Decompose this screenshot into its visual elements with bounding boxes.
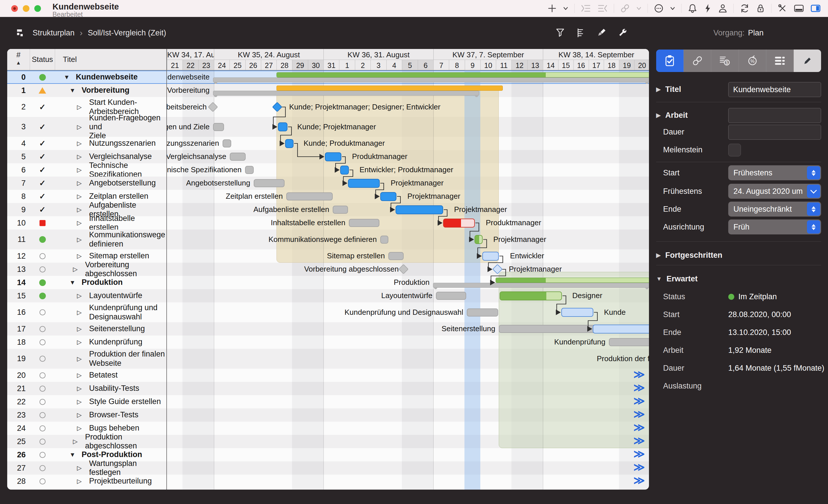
table-row[interactable]: 1▼Vorbereitung xyxy=(7,84,166,97)
gantt-bar-green[interactable] xyxy=(500,291,562,301)
gantt-bar-pblue[interactable] xyxy=(482,252,499,261)
brush-button[interactable] xyxy=(596,27,607,38)
wrench-button[interactable] xyxy=(617,27,628,38)
table-row[interactable]: 11▷Kommunikationswege definieren xyxy=(7,230,166,249)
outline-list-button[interactable] xyxy=(576,27,586,38)
disclosure-open-icon[interactable]: ▼ xyxy=(70,87,77,94)
gantt-bar-gray[interactable] xyxy=(245,166,254,174)
chevron-down-button[interactable] xyxy=(563,3,569,13)
disclosure-closed-icon[interactable]: ▷ xyxy=(77,309,84,316)
chevron-down-button[interactable] xyxy=(636,3,642,13)
offscreen-task-indicator[interactable]: ≫ xyxy=(633,369,644,381)
column-header-status[interactable]: Status xyxy=(30,49,55,70)
gantt-bar-gray[interactable] xyxy=(380,236,388,244)
offscreen-task-indicator[interactable]: ≫ xyxy=(633,422,644,434)
table-row[interactable]: 28▷Projektbeurteilung xyxy=(7,475,166,488)
table-row[interactable]: 27▷Wartungsplan festlegen xyxy=(7,461,166,475)
funnel-button[interactable] xyxy=(555,27,565,38)
offscreen-task-indicator[interactable]: ≫ xyxy=(633,395,644,407)
gantt-bar-pblue[interactable] xyxy=(593,325,649,333)
gantt-bar-blue[interactable] xyxy=(396,205,443,214)
column-header-title[interactable]: Titel xyxy=(55,49,166,70)
zoom-button[interactable] xyxy=(34,5,41,12)
gantt-bar-gray[interactable] xyxy=(436,292,466,300)
gantt-bar-gray[interactable] xyxy=(609,338,649,346)
disclosure-closed-icon[interactable]: ▷ xyxy=(77,478,84,485)
disclosure-closed-icon[interactable]: ▷ xyxy=(77,236,84,243)
disclosure-closed-icon[interactable]: ▷ xyxy=(77,464,84,471)
inspector-tab-resources[interactable] xyxy=(766,50,794,72)
disclosure-closed-icon[interactable]: ▷ xyxy=(77,355,84,362)
inspector-tab-progress[interactable]: % xyxy=(739,50,766,72)
link-button[interactable] xyxy=(620,3,630,13)
table-row[interactable]: 4✓▷Nutzungsszenarien xyxy=(7,137,166,150)
gantt-bar-sgray[interactable] xyxy=(213,78,649,82)
disclosure-closed-icon[interactable]: ▷ xyxy=(77,385,84,392)
gantt-bar-red[interactable] xyxy=(443,219,475,228)
disclosure-closed-icon[interactable]: ▷ xyxy=(77,124,84,131)
disclosure-closed-icon[interactable]: ▷ xyxy=(77,167,84,173)
table-row[interactable]: 6✓▷Technische Spezifikationen xyxy=(7,163,166,177)
table-row[interactable]: 23▷Browser-Tests xyxy=(7,408,166,422)
disclosure-open-icon[interactable]: ▼ xyxy=(64,74,71,81)
gantt-bar-gray[interactable] xyxy=(467,309,498,317)
inspector-tab-pencil[interactable] xyxy=(794,50,821,72)
minimize-button[interactable] xyxy=(23,5,30,12)
gantt-bar-gray[interactable] xyxy=(499,325,609,333)
disclosure-closed-icon[interactable]: ▷ xyxy=(77,398,84,405)
dauer-input[interactable] xyxy=(728,125,821,140)
inspector-tab-costs[interactable]: $ xyxy=(711,50,739,72)
lock-button[interactable] xyxy=(756,3,765,13)
arbeit-input[interactable] xyxy=(728,108,821,123)
indent-button[interactable] xyxy=(580,3,591,13)
table-row[interactable]: 17▷Seitenerstellung xyxy=(7,322,166,335)
gantt-bar-green[interactable] xyxy=(474,235,483,244)
panel-right-button[interactable] xyxy=(810,3,821,13)
gantt-bar-sgreen[interactable] xyxy=(496,278,649,283)
gantt-bar-sgray[interactable] xyxy=(433,283,649,288)
gantt-bar-sgray[interactable] xyxy=(213,91,479,96)
milestone-diamond[interactable] xyxy=(399,264,409,274)
gantt-bar-gray[interactable] xyxy=(254,179,285,187)
table-row[interactable]: 22▷Style Guide erstellen xyxy=(7,395,166,408)
disclosure-closed-icon[interactable]: ▷ xyxy=(77,193,84,200)
gantt-bar-blue[interactable] xyxy=(340,166,349,175)
table-row[interactable]: 21▷Usability-Tests xyxy=(7,382,166,395)
gantt-bar-syellow[interactable] xyxy=(277,86,503,91)
gantt-bar-blue[interactable] xyxy=(285,139,293,148)
table-row[interactable]: 14▼Produktion xyxy=(7,276,166,289)
gantt-bar-gray[interactable] xyxy=(286,192,333,200)
titel-input[interactable]: Kundenwebseite xyxy=(728,82,821,97)
gantt-bar-pblue[interactable] xyxy=(561,308,593,317)
disclosure-closed-icon[interactable]: ▷ xyxy=(77,425,84,432)
more-circle-button[interactable] xyxy=(654,3,664,13)
inspector-tab-clipboard-check[interactable] xyxy=(656,50,684,72)
gantt-bar-gray[interactable] xyxy=(388,252,404,260)
table-row[interactable]: 18▷Kundenprüfung xyxy=(7,335,166,349)
disclosure-closed-icon[interactable]: ▷ xyxy=(77,220,84,226)
gantt-bar-gray[interactable] xyxy=(222,139,231,147)
add-button[interactable] xyxy=(547,3,557,13)
breadcrumb-item[interactable]: Soll/Ist-Vergleich (Zeit) xyxy=(88,29,166,38)
dropdown[interactable]: Früh xyxy=(728,220,821,234)
gantt-bar-gray[interactable] xyxy=(230,153,246,161)
disclosure-closed-icon[interactable]: ▷ xyxy=(77,325,84,332)
inspector-tab-chain[interactable] xyxy=(684,50,711,72)
table-row[interactable]: 10▷Inhaltstabelle erstellen xyxy=(7,216,166,230)
milestone-diamond[interactable] xyxy=(272,102,282,112)
gantt-bar-blue[interactable] xyxy=(380,192,397,201)
sync-button[interactable] xyxy=(740,3,750,13)
gantt-bar-sgreen[interactable] xyxy=(277,72,649,78)
chevron-down-button[interactable] xyxy=(670,3,675,13)
breadcrumb-item[interactable]: Strukturplan xyxy=(33,29,75,38)
outdent-button[interactable] xyxy=(597,3,608,13)
gantt-bar-gray[interactable] xyxy=(349,219,379,227)
milestone-diamond[interactable] xyxy=(208,102,218,112)
offscreen-task-indicator[interactable]: ≫ xyxy=(633,382,644,394)
disclosure-open-icon[interactable]: ▼ xyxy=(70,451,77,458)
table-row[interactable]: 7✓▷Angebotserstellung xyxy=(7,177,166,190)
gantt-bar-blue[interactable] xyxy=(348,179,380,188)
gantt-bar-blue[interactable] xyxy=(325,152,341,161)
disclosure-closed-icon[interactable]: ▷ xyxy=(77,153,84,160)
milestone-diamond[interactable] xyxy=(492,264,502,274)
